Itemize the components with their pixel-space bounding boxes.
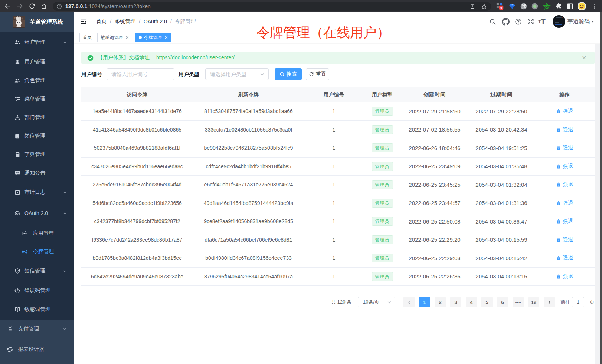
- svg-text:9: 9: [500, 6, 502, 10]
